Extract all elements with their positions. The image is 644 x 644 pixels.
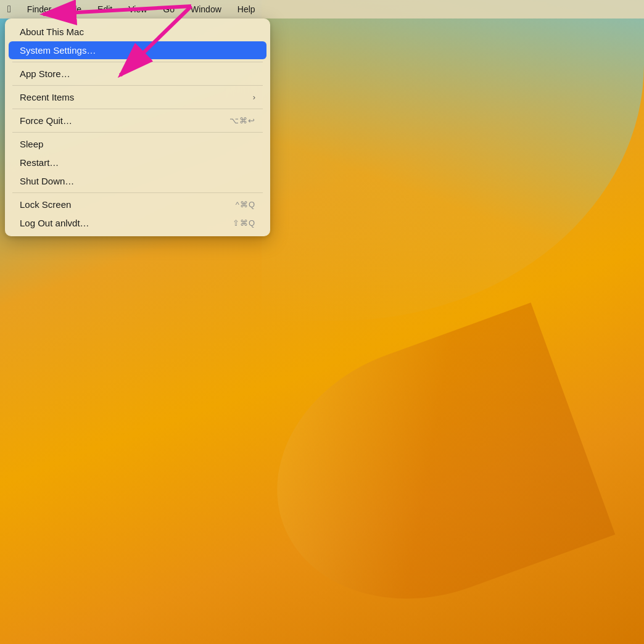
menu-item-recent-items-label: Recent Items — [20, 92, 74, 102]
menubar-help[interactable]: Help — [235, 3, 258, 15]
menubar-go[interactable]: Go — [160, 3, 177, 15]
chevron-right-icon: › — [253, 93, 255, 102]
separator-3 — [12, 109, 263, 109]
menubar-finder[interactable]: Finder — [25, 3, 54, 15]
force-quit-shortcut: ⌥⌘↩ — [229, 116, 255, 125]
menu-item-force-quit[interactable]: Force Quit… ⌥⌘↩ — [9, 112, 266, 130]
menu-item-recent-items[interactable]: Recent Items › — [9, 88, 266, 106]
menu-item-force-quit-label: Force Quit… — [20, 115, 72, 126]
menubar-view[interactable]: View — [126, 3, 149, 15]
menu-item-shut-down[interactable]: Shut Down… — [9, 172, 266, 190]
separator-2 — [12, 85, 263, 86]
separator-5 — [12, 192, 263, 193]
menu-item-system-settings-label: System Settings… — [20, 45, 96, 56]
menu-item-log-out-label: Log Out anlvdt… — [20, 218, 89, 228]
menu-item-lock-screen[interactable]: Lock Screen ^⌘Q — [9, 196, 266, 213]
menu-item-shut-down-label: Shut Down… — [20, 176, 74, 186]
menu-item-about-label: About This Mac — [20, 27, 84, 37]
menu-item-log-out[interactable]: Log Out anlvdt… ⇧⌘Q — [9, 214, 266, 232]
apple-menu-dropdown: About This Mac System Settings… App Stor… — [5, 19, 270, 236]
separator-4 — [12, 132, 263, 133]
menubar-file[interactable]: File — [65, 3, 85, 15]
menu-item-app-store[interactable]: App Store… — [9, 65, 266, 83]
menu-item-app-store-label: App Store… — [20, 68, 70, 79]
menu-item-system-settings[interactable]: System Settings… — [9, 41, 266, 59]
lock-screen-shortcut: ^⌘Q — [236, 200, 255, 209]
menu-item-sleep-label: Sleep — [20, 139, 43, 149]
separator-1 — [12, 62, 263, 62]
menu-item-lock-screen-label: Lock Screen — [20, 199, 71, 210]
log-out-shortcut: ⇧⌘Q — [233, 218, 255, 228]
menubar:  Finder File Edit View Go Window Help — [0, 0, 644, 19]
menubar-window[interactable]: Window — [188, 3, 224, 15]
menu-item-sleep[interactable]: Sleep — [9, 135, 266, 153]
apple-logo-icon[interactable]:  — [7, 4, 11, 15]
menu-item-about[interactable]: About This Mac — [9, 23, 266, 41]
menu-item-restart[interactable]: Restart… — [9, 154, 266, 171]
menubar-edit[interactable]: Edit — [95, 3, 115, 15]
menu-item-restart-label: Restart… — [20, 157, 59, 168]
